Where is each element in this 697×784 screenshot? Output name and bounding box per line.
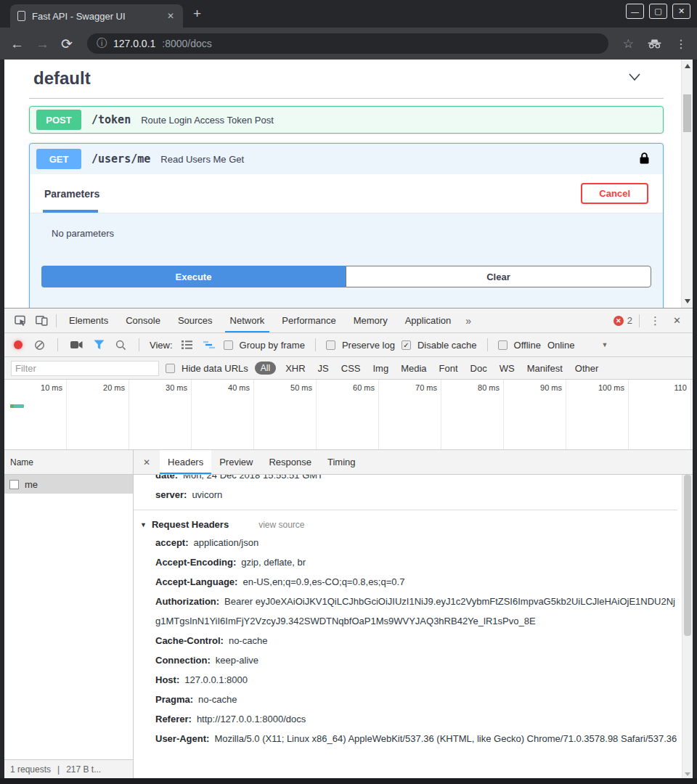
disable-cache-label[interactable]: Disable cache xyxy=(417,340,477,351)
filter-type-other[interactable]: Other xyxy=(572,363,602,374)
reload-button[interactable]: ⟳ xyxy=(61,37,73,51)
devtools-close-icon[interactable]: ✕ xyxy=(667,315,687,326)
device-toolbar-icon[interactable] xyxy=(31,315,52,326)
bookmark-star-icon[interactable]: ☆ xyxy=(623,36,634,52)
devtools-tab-network[interactable]: Network xyxy=(221,309,274,332)
requests-count: 1 requests xyxy=(10,764,51,775)
inspect-element-icon[interactable] xyxy=(10,315,31,327)
devtools-tab-application[interactable]: Application xyxy=(396,309,460,332)
chevron-down-icon[interactable] xyxy=(626,69,643,88)
scroll-down-icon[interactable] xyxy=(685,299,690,303)
lock-icon[interactable] xyxy=(640,152,649,167)
filter-type-css[interactable]: CSS xyxy=(338,363,364,374)
view-source-link[interactable]: view source xyxy=(258,520,304,530)
timeline-tick: 10 ms xyxy=(4,380,67,449)
endpoint-path: /token xyxy=(91,113,131,126)
filter-funnel-icon[interactable] xyxy=(91,340,107,350)
filter-type-font[interactable]: Font xyxy=(436,363,461,374)
detail-tab-headers[interactable]: Headers xyxy=(160,450,211,474)
request-headers-section-header[interactable]: ▼ Request Headers view source xyxy=(134,515,677,533)
browser-menu-icon[interactable]: ⋮ xyxy=(675,37,687,51)
devtools-menu-icon[interactable]: ⋮ xyxy=(643,314,667,327)
dropdown-arrow-icon[interactable]: ▼ xyxy=(601,341,608,348)
info-icon[interactable]: ⓘ xyxy=(97,37,107,50)
status-divider: | xyxy=(57,764,60,775)
filter-type-xhr[interactable]: XHR xyxy=(282,363,308,374)
record-icon[interactable] xyxy=(14,340,23,349)
endpoint-header-row[interactable]: GET /users/me Read Users Me Get xyxy=(30,144,663,174)
devtools-tab-sources[interactable]: Sources xyxy=(169,309,221,332)
filter-type-doc[interactable]: Doc xyxy=(468,363,490,374)
group-by-frame-label[interactable]: Group by frame xyxy=(240,340,305,351)
detail-tabbar: ✕ Headers Preview Response Timing xyxy=(134,450,693,475)
filter-type-media[interactable]: Media xyxy=(398,363,429,374)
tab-parameters[interactable]: Parameters xyxy=(44,174,99,213)
filter-type-img[interactable]: Img xyxy=(370,363,391,374)
method-badge-post: POST xyxy=(36,110,81,130)
tab-close-icon[interactable]: ✕ xyxy=(166,11,176,21)
filter-type-js[interactable]: JS xyxy=(315,363,332,374)
scrollbar-thumb[interactable] xyxy=(684,475,691,636)
detail-tab-timing[interactable]: Timing xyxy=(319,450,364,474)
endpoint-summary: Read Users Me Get xyxy=(160,154,244,165)
maximize-button[interactable]: ▢ xyxy=(649,4,667,19)
detail-close-icon[interactable]: ✕ xyxy=(134,457,160,467)
hide-data-urls-label[interactable]: Hide data URLs xyxy=(182,363,248,374)
network-overview-timeline[interactable]: 10 ms 20 ms 30 ms 40 ms 50 ms 60 ms 70 m… xyxy=(4,380,693,450)
detail-scrollbar[interactable] xyxy=(682,475,693,779)
filter-type-manifest[interactable]: Manifest xyxy=(524,363,566,374)
minimize-button[interactable]: — xyxy=(626,4,644,19)
disable-cache-checkbox[interactable]: ✓ xyxy=(402,340,411,350)
section-title: default xyxy=(33,68,91,89)
filter-type-all[interactable]: All xyxy=(255,362,276,375)
response-header-row: dateMon, 24 Dec 2018 15:55:51 GMT xyxy=(134,475,677,485)
request-header-row: AuthorizationBearer eyJ0eXAiOiJKV1QiLCJh… xyxy=(134,592,677,631)
window-controls: — ▢ ✕ xyxy=(626,4,690,19)
endpoint-post-token[interactable]: POST /token Route Login Access Token Pos… xyxy=(29,106,664,134)
timeline-tick: 30 ms xyxy=(129,380,192,449)
incognito-icon xyxy=(645,39,664,49)
capture-screenshots-icon[interactable] xyxy=(68,340,85,349)
cancel-button[interactable]: Cancel xyxy=(581,183,648,204)
preserve-log-label[interactable]: Preserve log xyxy=(342,340,395,351)
devtools-tab-console[interactable]: Console xyxy=(117,309,169,332)
scroll-down-icon[interactable] xyxy=(685,772,690,776)
back-button[interactable]: ← xyxy=(10,37,24,51)
detail-tab-response[interactable]: Response xyxy=(261,450,319,474)
browser-tab[interactable]: Fast API - Swagger UI ✕ xyxy=(10,4,183,28)
more-tabs-icon[interactable]: » xyxy=(460,315,477,327)
devtools-tab-elements[interactable]: Elements xyxy=(60,309,117,332)
filter-type-ws[interactable]: WS xyxy=(497,363,518,374)
transferred-size: 217 B t... xyxy=(66,764,101,775)
scrollbar-thumb[interactable] xyxy=(683,94,691,132)
timeline-tick: 70 ms xyxy=(379,380,441,449)
endpoint-get-users-me: GET /users/me Read Users Me Get Paramete… xyxy=(29,143,664,308)
devtools-tab-performance[interactable]: Performance xyxy=(273,309,344,332)
search-icon[interactable] xyxy=(113,340,129,351)
view-list-icon[interactable] xyxy=(179,340,195,349)
clear-icon[interactable] xyxy=(32,340,47,351)
offline-label[interactable]: Offline xyxy=(514,340,541,351)
request-row-me[interactable]: me xyxy=(4,475,133,494)
error-badge[interactable]: ✕ 2 xyxy=(614,315,635,326)
address-bar[interactable]: ⓘ 127.0.0.1:8000/docs xyxy=(87,33,608,54)
swagger-section-header[interactable]: default xyxy=(29,67,664,89)
no-parameters-text: No parameters xyxy=(41,228,651,239)
preserve-log-checkbox[interactable] xyxy=(326,340,335,350)
page-scrollbar[interactable] xyxy=(681,60,693,308)
throttling-select[interactable]: Online xyxy=(547,340,575,351)
devtools-tab-memory[interactable]: Memory xyxy=(345,309,396,332)
hide-data-urls-checkbox[interactable] xyxy=(166,364,175,373)
new-tab-button[interactable]: + xyxy=(193,6,201,22)
execute-button[interactable]: Execute xyxy=(41,266,346,287)
clear-button[interactable]: Clear xyxy=(346,266,651,287)
close-window-button[interactable]: ✕ xyxy=(672,4,690,19)
waterfall-icon[interactable] xyxy=(201,340,217,349)
offline-checkbox[interactable] xyxy=(498,340,508,350)
forward-button[interactable]: → xyxy=(36,37,49,51)
detail-tab-preview[interactable]: Preview xyxy=(211,450,261,474)
scroll-up-icon[interactable] xyxy=(685,64,690,68)
filter-input[interactable] xyxy=(11,361,159,376)
name-column-header[interactable]: Name xyxy=(4,450,133,475)
group-by-frame-checkbox[interactable] xyxy=(224,340,233,350)
